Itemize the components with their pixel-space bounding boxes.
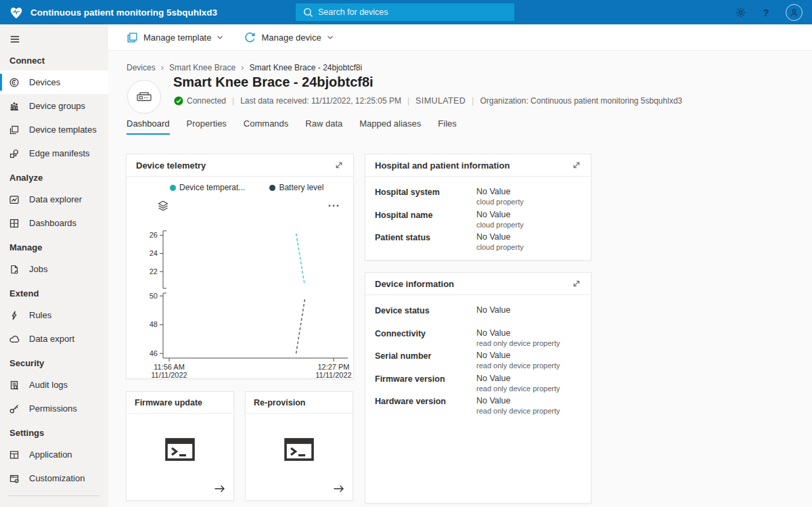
svg-text:50: 50: [150, 292, 158, 300]
tab-raw-data[interactable]: Raw data: [305, 118, 342, 135]
sidebar-item-label: Permissions: [29, 403, 77, 414]
chevron-down-icon: [216, 33, 224, 41]
sidebar-item-dashboards[interactable]: Dashboards: [0, 211, 108, 235]
property-value: No Valueread only device property: [476, 396, 560, 415]
property-row-hardware-version: Hardware versionNo Valueread only device…: [365, 396, 591, 419]
telemetry-chart: 26242250484611:56 AM11/11/202212:27 PM11…: [127, 214, 355, 380]
sidebar-section-security: Security: [0, 351, 108, 373]
chart-icon: [9, 194, 20, 205]
sidebar-item-data-explorer[interactable]: Data explorer: [0, 188, 108, 211]
tab-commands[interactable]: Commands: [244, 118, 288, 135]
property-row-device-status: Device statusNo Value: [365, 305, 591, 328]
sidebar-item-edge-manifests[interactable]: Edge manifests: [0, 141, 108, 165]
sidebar-item-audit-logs[interactable]: Audit logs: [0, 373, 108, 397]
property-sub-label: cloud property: [476, 221, 524, 229]
sidebar-item-devices[interactable]: Devices: [0, 70, 108, 94]
connected-check-icon: [174, 96, 183, 106]
sidebar: ConnectDevicesDevice groupsDevice templa…: [0, 24, 108, 507]
template-icon: [127, 32, 138, 43]
window-icon: [9, 449, 20, 460]
property-sub-label: read only device property: [476, 407, 560, 415]
device-icon: [135, 89, 154, 105]
property-row-connectivity: ConnectivityNo Valueread only device pro…: [365, 328, 591, 351]
tab-mapped-aliases[interactable]: Mapped aliases: [359, 118, 421, 135]
layers-icon[interactable]: [157, 200, 169, 212]
status-separator: |: [232, 96, 234, 106]
sidebar-divider: [8, 495, 100, 496]
firmware-update-title: Firmware update: [135, 398, 202, 407]
sidebar-item-application[interactable]: Application: [0, 443, 108, 466]
legend-item-battery-level[interactable]: Battery level: [269, 183, 323, 192]
manage-template-button[interactable]: Manage template: [127, 32, 224, 43]
re-provision-header: Re-provision: [246, 392, 353, 414]
status-separator: |: [407, 96, 409, 106]
manage-device-button[interactable]: Manage device: [244, 32, 334, 43]
legend-item-device-temperature[interactable]: Device temperat...: [170, 183, 245, 192]
expand-icon[interactable]: [572, 160, 581, 170]
breadcrumb-devices[interactable]: Devices: [127, 63, 156, 72]
main-content: Manage template Manage device Devices Sm…: [108, 24, 812, 507]
expand-icon[interactable]: [572, 279, 581, 288]
svg-text:48: 48: [150, 320, 158, 328]
sidebar-item-label: Dashboards: [29, 218, 76, 228]
sidebar-item-label: Data explorer: [29, 194, 82, 204]
menu-icon[interactable]: [9, 33, 22, 47]
sidebar-item-permissions[interactable]: Permissions: [0, 397, 108, 420]
edge-manifests-icon: [9, 148, 20, 159]
sidebar-item-label: Customization: [29, 473, 85, 483]
property-value: No Valuecloud property: [476, 232, 524, 251]
tab-dashboard[interactable]: Dashboard: [127, 118, 170, 135]
property-label: Hardware version: [375, 396, 476, 406]
device-status-line: Connected | Last data received: 11/11/20…: [174, 96, 682, 106]
sidebar-item-label: Rules: [29, 310, 51, 320]
terminal-icon: [283, 435, 315, 464]
sidebar-item-label: Edge manifests: [29, 148, 90, 158]
run-command-arrow-icon[interactable]: [213, 483, 227, 495]
sidebar-item-customization[interactable]: Customization: [0, 466, 108, 490]
property-sub-label: cloud property: [476, 243, 524, 251]
property-label: Connectivity: [375, 328, 476, 338]
person-icon: [789, 7, 799, 18]
device-avatar: [127, 80, 161, 114]
cloud-icon: [9, 334, 20, 345]
re-provision-body: [246, 414, 353, 500]
property-sub-label: read only device property: [476, 339, 560, 347]
breadcrumb-template[interactable]: Smart Knee Brace: [169, 63, 235, 72]
sidebar-item-label: Data export: [29, 334, 74, 344]
help-icon[interactable]: ?: [760, 6, 772, 18]
sidebar-item-device-templates[interactable]: Device templates: [0, 118, 108, 141]
property-label: Serial number: [375, 351, 476, 361]
tab-files[interactable]: Files: [438, 118, 456, 135]
page-title: Smart Knee Brace - 24bjobtcf8i: [173, 74, 374, 90]
svg-text:11/11/2022: 11/11/2022: [315, 371, 351, 379]
breadcrumb-separator: [161, 62, 164, 72]
legend-label: Battery level: [279, 183, 323, 192]
firmware-update-body: [127, 414, 233, 500]
hospital-info-card: Hospital and patient information Hospita…: [365, 154, 591, 261]
search-input[interactable]: [318, 7, 480, 17]
device-info-card-header: Device information: [365, 273, 591, 295]
device-tabs: DashboardPropertiesCommandsRaw dataMappe…: [127, 118, 457, 135]
tab-properties[interactable]: Properties: [187, 118, 227, 135]
property-value: No Valueread only device property: [476, 374, 560, 393]
user-avatar[interactable]: [786, 4, 803, 21]
breadcrumb-current: Smart Knee Brace - 24bjobtcf8i: [249, 63, 362, 72]
sidebar-item-device-groups[interactable]: Device groups: [0, 94, 108, 118]
more-options-icon[interactable]: [328, 202, 340, 209]
svg-text:22: 22: [150, 267, 158, 275]
expand-icon[interactable]: [334, 160, 344, 170]
device-templates-icon: [9, 125, 20, 135]
property-label: Hospital system: [375, 187, 476, 197]
run-command-arrow-icon[interactable]: [332, 483, 346, 495]
svg-text:12:27 PM: 12:27 PM: [317, 363, 349, 371]
terminal-icon: [164, 435, 196, 464]
property-value: No Valueread only device property: [476, 351, 560, 370]
settings-gear-icon[interactable]: [734, 6, 746, 18]
device-info-rows: Device statusNo ValueConnectivityNo Valu…: [365, 295, 591, 419]
sidebar-item-jobs[interactable]: Jobs: [0, 257, 108, 281]
command-bar: Manage template Manage device: [108, 24, 812, 51]
sidebar-item-rules[interactable]: Rules: [0, 303, 108, 327]
property-value: No Valuecloud property: [476, 187, 524, 206]
sidebar-item-data-export[interactable]: Data export: [0, 327, 108, 351]
device-search[interactable]: [296, 3, 514, 21]
